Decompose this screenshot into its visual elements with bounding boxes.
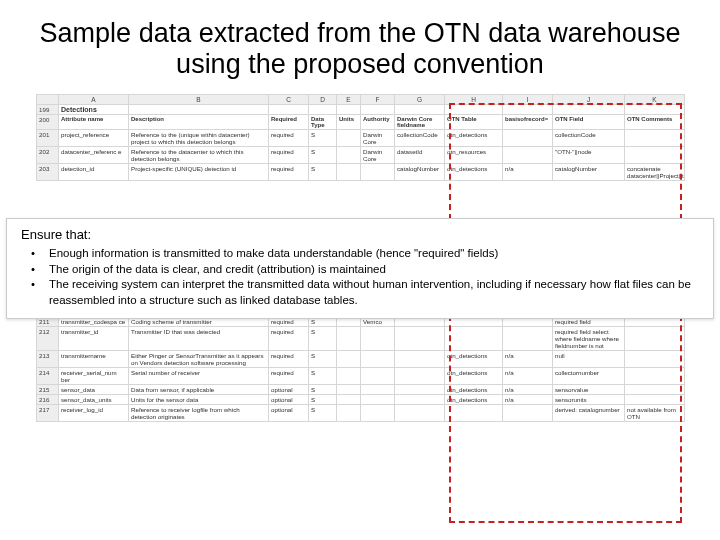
cell: 202 [37, 147, 59, 164]
cell: Reference to the datacenter to which thi… [129, 147, 269, 164]
cell [361, 405, 395, 422]
cell: Project-specific (UNIQUE) detection id [129, 164, 269, 181]
slide-title: Sample data extracted from the OTN data … [28, 18, 692, 80]
cell: S [309, 368, 337, 385]
cell: Attribute name [59, 115, 129, 130]
cell [395, 405, 445, 422]
table-row: 203detection_idProject-specific (UNIQUE)… [37, 164, 685, 181]
cell: 214 [37, 368, 59, 385]
cell: collectionCode [553, 130, 625, 147]
cell: required [269, 327, 309, 351]
cell: Authority [361, 115, 395, 130]
cell: S [309, 385, 337, 395]
cell [361, 105, 395, 115]
cell [395, 395, 445, 405]
cell: required field select where fieldname wh… [553, 327, 625, 351]
cell: Required [269, 115, 309, 130]
overlay-bullet: The origin of the data is clear, and cre… [49, 262, 699, 278]
cell: S [309, 130, 337, 147]
cell: otn_detections [445, 395, 503, 405]
cell: otn_resources [445, 147, 503, 164]
cell [395, 351, 445, 368]
cell: sensor_data [59, 385, 129, 395]
cell [625, 105, 685, 115]
cell: concatenate datacenter||Project||tag [625, 164, 685, 181]
cell [337, 327, 361, 351]
col-e: E [337, 95, 361, 105]
cell: Data Type [309, 115, 337, 130]
cell: 201 [37, 130, 59, 147]
cell [625, 130, 685, 147]
cell [445, 105, 503, 115]
cell: otn_detections [445, 385, 503, 395]
cell: S [309, 405, 337, 422]
cell: datacenter_referenc e [59, 147, 129, 164]
cell [625, 395, 685, 405]
cell: 216 [37, 395, 59, 405]
cell: Reference to receiver logfile from which… [129, 405, 269, 422]
cell [129, 105, 269, 115]
cell: catalogNumber [395, 164, 445, 181]
cell [337, 395, 361, 405]
cell: OTN Table [445, 115, 503, 130]
cell: transmitter_id [59, 327, 129, 351]
cell: 213 [37, 351, 59, 368]
cell: not available from OTN [625, 405, 685, 422]
cell: optional [269, 385, 309, 395]
cell [337, 130, 361, 147]
cell: 215 [37, 385, 59, 395]
cell: n/a [503, 385, 553, 395]
cell: Either Pinger or SensorTransmitter as it… [129, 351, 269, 368]
cell [337, 105, 361, 115]
cell [395, 105, 445, 115]
cell [337, 351, 361, 368]
col-f: F [361, 95, 395, 105]
cell: receiver_log_id [59, 405, 129, 422]
cell [625, 368, 685, 385]
cell [445, 327, 503, 351]
cell: 203 [37, 164, 59, 181]
col-a: A [59, 95, 129, 105]
cell: derived: catalognumber [553, 405, 625, 422]
cell [337, 164, 361, 181]
cell [553, 105, 625, 115]
cell: basisofrecord= [503, 115, 553, 130]
overlay-heading: Ensure that: [21, 227, 699, 242]
cell: optional [269, 405, 309, 422]
cell: n/a [503, 351, 553, 368]
cell [503, 405, 553, 422]
cell [361, 327, 395, 351]
cell: Darwin Core [361, 147, 395, 164]
cell: Darwin Core [361, 130, 395, 147]
cell [309, 105, 337, 115]
cell: OTN Comments [625, 115, 685, 130]
cell: datasetId [395, 147, 445, 164]
cell [395, 327, 445, 351]
cell: "OTN-"||node [553, 147, 625, 164]
column-letters-row: A B C D E F G H I J K [37, 95, 685, 105]
cell [361, 395, 395, 405]
cell: required [269, 351, 309, 368]
cell: S [309, 147, 337, 164]
cell: S [309, 395, 337, 405]
col-c: C [269, 95, 309, 105]
cell: detection_id [59, 164, 129, 181]
spreadsheet-table: A B C D E F G H I J K 199Detections200At… [36, 94, 685, 181]
cell: n/a [503, 395, 553, 405]
overlay-bullet: The receiving system can interpret the t… [49, 277, 699, 308]
cell [625, 327, 685, 351]
cell [395, 385, 445, 395]
cell [395, 368, 445, 385]
cell [625, 385, 685, 395]
cell: 212 [37, 327, 59, 351]
cell: null [553, 351, 625, 368]
cell: required [269, 147, 309, 164]
cell: sensorvalue [553, 385, 625, 395]
cell: Reference to the (unique within datacent… [129, 130, 269, 147]
cell: Transmitter ID that was detected [129, 327, 269, 351]
cell [503, 105, 553, 115]
cell: Darwin Core fieldname [395, 115, 445, 130]
table-row: 214receiver_serial_num berSerial number … [37, 368, 685, 385]
cell [337, 147, 361, 164]
cell [503, 130, 553, 147]
